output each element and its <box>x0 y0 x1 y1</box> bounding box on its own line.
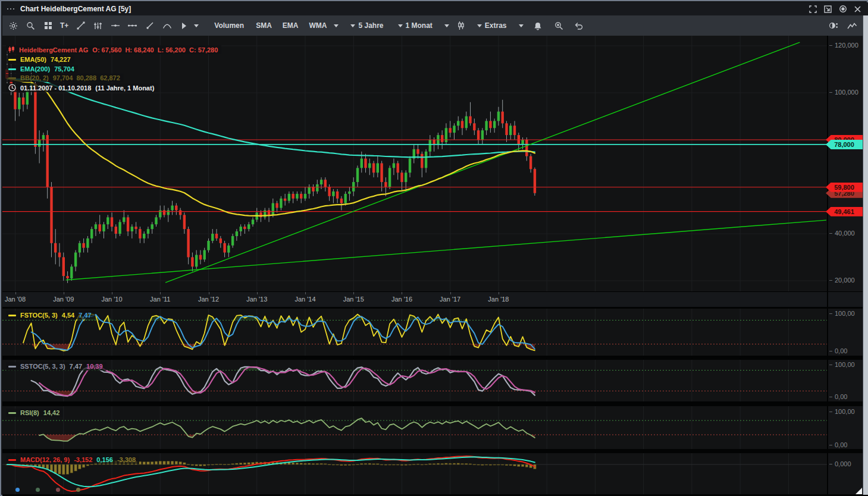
extras-more-caret-icon[interactable] <box>519 24 524 27</box>
fstoc-axis-top: 100,00 <box>829 310 855 317</box>
range-dropdown[interactable]: 5 Jahre <box>350 21 383 30</box>
grid-layout-icon[interactable] <box>43 21 53 31</box>
record-icon[interactable] <box>838 5 847 14</box>
indicators-caret-icon[interactable] <box>334 24 339 27</box>
rsi-legend[interactable]: RSI(8) 14,42 <box>6 409 63 417</box>
ema200-value: 75,704 <box>54 65 74 73</box>
interval-more-caret-icon[interactable] <box>444 24 449 27</box>
window-title: Chart HeidelbergCement AG [5y] <box>20 5 131 13</box>
price-level-label: 59,800 <box>826 183 863 192</box>
chart-window: Chart HeidelbergCement AG [5y] T+ <box>0 0 868 496</box>
rsi-panel-canvas[interactable] <box>2 406 827 449</box>
x-axis-tick <box>305 292 306 294</box>
main-chart-canvas[interactable] <box>2 36 827 291</box>
close-icon[interactable] <box>853 5 862 14</box>
x-axis-tick <box>450 292 451 294</box>
x-axis-tick <box>160 292 161 294</box>
x-axis-tick <box>257 292 258 294</box>
price-tick: 20,000 <box>829 277 855 284</box>
ema200-dash-icon <box>8 68 16 70</box>
search-icon[interactable] <box>26 21 36 31</box>
alert-bell-icon[interactable] <box>533 21 543 31</box>
compare-icon[interactable] <box>829 21 839 31</box>
chart-style-icon[interactable] <box>847 21 857 31</box>
draw-tool-icon[interactable] <box>145 21 155 31</box>
sstoc-label: SSTOC(5, 3, 3) <box>20 363 65 370</box>
ema50-dash-icon <box>8 59 16 61</box>
indicator-settings-icon[interactable] <box>93 21 103 31</box>
x-axis-label: Jan '17 <box>431 296 469 303</box>
sstoc-legend[interactable]: SSTOC(5, 3, 3) 7,47 10,39 <box>6 362 106 371</box>
pager-dot-2[interactable] <box>36 488 40 492</box>
x-axis-label: Jan '11 <box>141 296 179 303</box>
price-tick: 120,000 <box>829 42 858 49</box>
price-level-label: 80,000 <box>826 135 863 145</box>
sstoc-axis-top: 100,00 <box>829 361 855 368</box>
rsi-axis-bottom: 0,00 <box>829 441 847 448</box>
ema200-label: EMA(200) <box>20 65 50 73</box>
window-menu-icon[interactable] <box>7 8 17 10</box>
sma-button[interactable]: SMA <box>256 21 272 30</box>
sstoc-dash-icon <box>8 366 16 368</box>
x-axis-tick <box>402 292 402 294</box>
volumen-button[interactable]: Volumen <box>214 21 244 30</box>
ema50-legend[interactable]: EMA(50)74,227 <box>6 55 74 64</box>
x-axis-tick <box>15 292 16 294</box>
fstoc-legend[interactable]: FSTOC(5, 3) 4,54 7,47 <box>6 311 95 319</box>
sstoc-axis-bottom: 0,00 <box>829 393 847 400</box>
bb-values: 97,704 80,288 62,872 <box>53 74 120 81</box>
chart-type-candle-icon[interactable] <box>456 21 466 31</box>
x-axis-label: Jan '15 <box>334 296 372 303</box>
ema-button[interactable]: EMA <box>283 21 299 30</box>
extras-dropdown[interactable]: Extras <box>477 21 507 30</box>
pager-dot-3[interactable] <box>56 488 60 492</box>
fstoc-value-2: 7,47 <box>79 312 91 319</box>
bb-dash-icon <box>8 77 16 79</box>
ema50-value: 74,227 <box>51 56 71 63</box>
symbol-name: HeidelbergCement AG <box>19 46 88 54</box>
macd-legend[interactable]: MACD(12, 26, 9) -3,152 0,156 -3,308 <box>6 456 139 464</box>
popout-icon[interactable] <box>823 5 832 14</box>
pager-dots <box>15 488 80 492</box>
undo-icon[interactable] <box>574 21 584 31</box>
rsi-value-1: 14,42 <box>43 409 60 416</box>
text-tool-icon[interactable]: T+ <box>60 21 68 31</box>
zoom-in-icon[interactable] <box>554 21 564 31</box>
fullscreen-icon[interactable] <box>809 5 817 14</box>
trendline-tool-icon[interactable] <box>76 21 86 31</box>
window-scrollbar[interactable] <box>863 15 868 495</box>
x-axis-tick <box>499 292 499 294</box>
x-axis-label: Jan '09 <box>45 296 83 303</box>
pager-dot-active[interactable] <box>15 488 20 492</box>
dotted-line-tool-icon[interactable] <box>127 21 137 31</box>
bb-legend[interactable]: BB(20, 2)97,704 80,288 62,872 <box>6 74 124 82</box>
bb-label: BB(20, 2) <box>20 74 49 81</box>
horizontal-line-tool-icon[interactable] <box>110 21 120 31</box>
macd-value-3: -3,308 <box>117 456 136 463</box>
sstoc-panel-canvas[interactable] <box>2 360 827 401</box>
gear-icon[interactable] <box>8 21 18 31</box>
price-level-label: 57,280 <box>826 189 863 198</box>
x-axis-tick <box>64 292 64 294</box>
macd-value-2: 0,156 <box>96 456 113 463</box>
ema200-legend[interactable]: EMA(200)75,704 <box>6 65 78 73</box>
pointer-tool-icon[interactable] <box>179 21 189 31</box>
macd-axis-zero: 0,000 <box>829 460 851 467</box>
fstoc-panel-canvas[interactable] <box>2 309 827 356</box>
draw-tools-caret-icon[interactable] <box>194 24 199 27</box>
pager-dot-4[interactable] <box>76 488 80 492</box>
sstoc-value-1: 7,47 <box>70 363 82 370</box>
arc-tool-icon[interactable] <box>162 21 172 31</box>
symbol-legend[interactable]: HeidelbergCement AGO: 67,560 H: 68,240 L… <box>6 45 221 54</box>
price-level-label: 49,461 <box>826 207 863 216</box>
wma-button[interactable]: WMA <box>309 21 327 30</box>
toolbar: T+ Volumen SMA EMA WMA 5 Jahre <box>2 15 868 36</box>
x-axis-tick <box>112 292 112 294</box>
daterange-note: (11 Jahre, 1 Monat) <box>95 84 154 92</box>
interval-dropdown[interactable]: 1 Monat <box>398 21 433 30</box>
x-axis-label: Jan '10 <box>93 296 131 303</box>
fstoc-label: FSTOC(5, 3) <box>20 312 58 319</box>
x-axis: Jan '08Jan '09Jan '10Jan '11Jan '12Jan '… <box>2 291 868 307</box>
price-tick: 40,000 <box>829 230 855 237</box>
resize-handle-icon[interactable] <box>856 488 862 494</box>
